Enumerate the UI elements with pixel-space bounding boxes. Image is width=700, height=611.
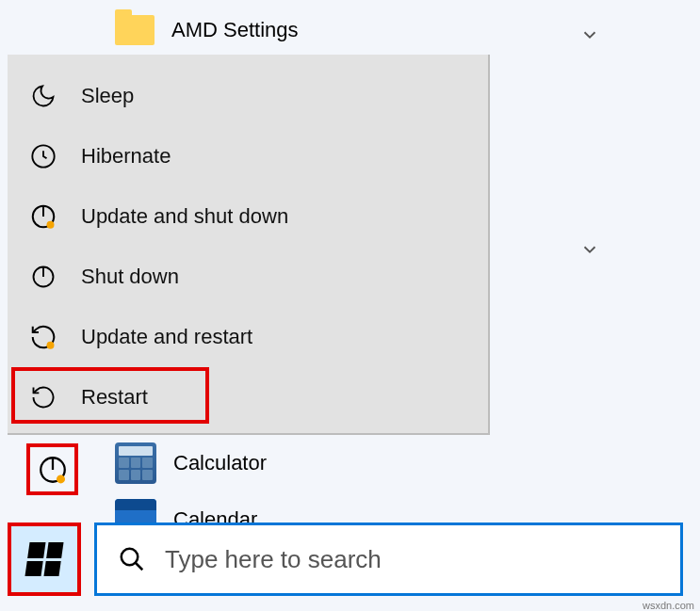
- watermark: wsxdn.com: [643, 600, 694, 611]
- search-icon: [118, 545, 146, 573]
- menu-label: Update and restart: [81, 325, 252, 349]
- taskbar-search[interactable]: Type here to search: [94, 523, 683, 596]
- svg-point-6: [47, 342, 55, 349]
- annotation-box: [26, 443, 78, 495]
- power-menu-hibernate[interactable]: Hibernate: [8, 126, 488, 186]
- moon-icon: [28, 81, 58, 111]
- svg-line-11: [136, 563, 143, 571]
- power-menu-shutdown[interactable]: Shut down: [8, 247, 488, 307]
- power-update-icon: [28, 201, 58, 232]
- start-app-calculator[interactable]: Calculator: [115, 442, 267, 484]
- search-placeholder: Type here to search: [165, 545, 382, 574]
- power-menu-update-restart[interactable]: Update and restart: [8, 307, 488, 367]
- app-label: AMD Settings: [171, 18, 299, 42]
- menu-label: Update and shut down: [81, 204, 288, 229]
- svg-point-10: [122, 549, 138, 566]
- menu-label: Hibernate: [81, 144, 171, 169]
- power-menu-sleep[interactable]: Sleep: [8, 66, 488, 126]
- start-button[interactable]: [11, 526, 77, 592]
- windows-logo-icon: [24, 542, 63, 576]
- folder-icon: [115, 15, 155, 45]
- annotation-box: [11, 367, 209, 424]
- start-app-amd[interactable]: AMD Settings: [115, 15, 299, 45]
- restart-update-icon: [28, 322, 58, 352]
- calculator-icon: [115, 442, 156, 484]
- chevron-down-icon[interactable]: [574, 233, 606, 265]
- svg-point-3: [47, 221, 55, 229]
- power-icon: [28, 262, 58, 292]
- app-label: Calculator: [173, 451, 267, 475]
- menu-label: Shut down: [81, 265, 179, 289]
- menu-label: Sleep: [81, 84, 134, 108]
- chevron-down-icon[interactable]: [574, 19, 606, 51]
- clock-icon: [28, 141, 58, 171]
- power-menu-update-shutdown[interactable]: Update and shut down: [8, 186, 488, 247]
